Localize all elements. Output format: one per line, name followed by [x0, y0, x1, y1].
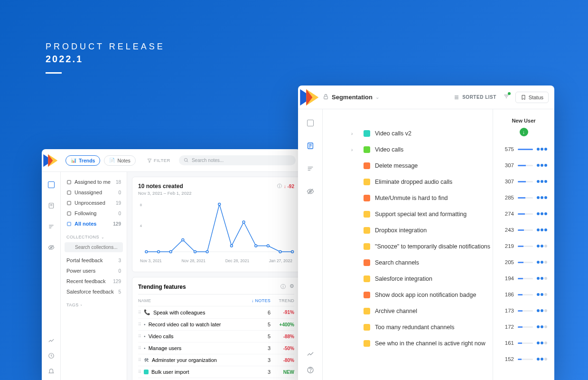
lock-icon [323, 94, 329, 101]
sidenav-item-3[interactable]: Following0 [65, 208, 123, 218]
app-logo[interactable] [298, 86, 323, 110]
stats-title: New User [493, 118, 554, 124]
search-collections-input[interactable] [65, 242, 123, 252]
stat-row: 173 [493, 303, 554, 319]
chart-delta: ⓘ↓ -92 [277, 183, 294, 190]
segment-item[interactable]: Support special text and formatting [351, 206, 493, 222]
table-row[interactable]: ⠿Record a video call1NEW [138, 378, 294, 380]
svg-point-27 [169, 251, 172, 253]
nav-chart-icon[interactable] [306, 350, 315, 358]
segment-item[interactable]: Archive channel [351, 303, 493, 319]
svg-text:8: 8 [140, 203, 142, 207]
line-chart: 8 4 Nov 3, 2021 Nov 28, 2021 Dec 28, 202… [138, 200, 294, 266]
svg-point-25 [145, 251, 148, 253]
sidenav-item-0[interactable]: Assigned to me18 [65, 177, 123, 187]
nav-inbox-icon[interactable] [306, 119, 315, 127]
gear-icon[interactable]: ⚙ [289, 283, 294, 290]
table-row[interactable]: ⠿●Manage users3-50% [138, 342, 294, 354]
table-row[interactable]: ⠿●Record video call to watch later5+400% [138, 319, 294, 331]
stat-row: 575 [493, 141, 554, 157]
page-title[interactable]: Segmentation ⌄ [323, 94, 379, 101]
stat-row: 285 [493, 190, 554, 206]
stat-row: 307 [493, 173, 554, 190]
sidenav-item-2[interactable]: Unprocessed19 [65, 198, 123, 208]
nav-list-icon[interactable] [306, 164, 315, 173]
stat-row: 161 [493, 335, 554, 351]
sorted-list-button[interactable]: SORTED LIST [454, 95, 496, 100]
status-button[interactable]: Status [515, 92, 549, 103]
window-trends: 📊Trends 📄Notes FILTER Search notes... As… [42, 149, 300, 380]
trending-card: Trending features ⓘ ⚙ NAME ↓ NOTES TREND… [132, 277, 300, 380]
chart-title: 10 notes created [138, 183, 192, 190]
info-icon: ⓘ [277, 183, 282, 190]
stat-row: 186 [493, 286, 554, 303]
tab-notes[interactable]: 📄Notes [104, 155, 135, 166]
tab-trends[interactable]: 📊Trends [65, 155, 100, 166]
app-logo[interactable] [42, 151, 61, 170]
table-row[interactable]: ⠿📞Speak with colleagues6-91% [138, 306, 294, 319]
nav-bell-icon[interactable] [47, 367, 56, 375]
nav-list-icon[interactable] [47, 222, 56, 231]
svg-rect-41 [324, 96, 328, 98]
svg-point-36 [279, 251, 281, 253]
svg-marker-3 [148, 159, 151, 162]
wb-bottom-icons [298, 350, 323, 380]
stat-row: 205 [493, 254, 554, 270]
segment-item[interactable]: ›Video calls [351, 142, 493, 158]
segment-item[interactable]: Too many redundant channels [351, 319, 493, 335]
svg-point-31 [218, 203, 221, 206]
window-segmentation: Segmentation ⌄ SORTED LIST Status ›Video… [298, 86, 554, 380]
segment-item[interactable]: ›Video calls v2 [351, 125, 493, 142]
chevron-down-icon: ⌄ [375, 95, 379, 100]
nav-eye-icon[interactable] [306, 187, 315, 196]
segment-item[interactable]: Eliminate dropped audio calls [351, 174, 493, 190]
table-row[interactable]: ⠿🛠Adminster your organization3-80% [138, 354, 294, 366]
segment-item[interactable]: Mute/Unmute is hard to find [351, 190, 493, 206]
nav-chart-icon[interactable] [47, 336, 56, 345]
tags-header[interactable]: TAGS› [66, 303, 121, 307]
sidenav-item-4[interactable]: All notes129 [65, 218, 123, 229]
search-notes-input[interactable]: Search notes... [179, 155, 296, 165]
collection-item-2[interactable]: Recent feedback129 [65, 276, 123, 286]
segment-item[interactable]: See who in the channel is active right n… [351, 335, 493, 352]
svg-point-26 [158, 251, 160, 253]
nav-doc-icon[interactable] [306, 142, 315, 150]
svg-point-33 [243, 221, 245, 223]
nav-inbox-icon[interactable] [47, 180, 56, 189]
nav-clock-icon[interactable] [47, 352, 56, 360]
info-icon[interactable]: ⓘ [280, 283, 286, 290]
table-row[interactable]: ⠿Bulk user import3NEW [138, 366, 294, 378]
svg-point-35 [267, 245, 269, 247]
hero-underline [46, 72, 62, 74]
nav-help-icon[interactable] [306, 366, 315, 374]
segment-item[interactable]: Salesforce integration [351, 271, 493, 287]
trending-title: Trending features [138, 284, 186, 290]
svg-rect-17 [67, 201, 71, 204]
wa-topbar: 📊Trends 📄Notes FILTER Search notes... [42, 149, 300, 172]
segment-item[interactable]: Delete message [351, 158, 493, 174]
segment-list: ›Video calls v2›Video callsDelete messag… [323, 109, 493, 380]
collections-header[interactable]: COLLECTIONS⌄ [66, 235, 121, 239]
nav-eye-icon[interactable] [47, 243, 56, 252]
stat-row: 274 [493, 206, 554, 222]
collection-item-3[interactable]: Salesforce feedback5 [65, 286, 123, 297]
nav-doc-icon[interactable] [47, 201, 56, 210]
wb-vertical-nav [298, 109, 323, 380]
segment-item[interactable]: Dropbox integration [351, 222, 493, 238]
collection-item-0[interactable]: Portal feedback3 [65, 255, 123, 266]
download-icon[interactable]: ↓ [493, 127, 554, 136]
hero-title: PRODUCT RELEASE [46, 42, 165, 52]
svg-point-4 [184, 158, 187, 161]
wb-topbar: Segmentation ⌄ SORTED LIST Status [298, 86, 554, 109]
filter-icon-button[interactable] [503, 93, 510, 102]
table-row[interactable]: ⠿●Video calls5-88% [138, 331, 294, 342]
segment-item[interactable]: "Snooze" to temporarily disable notifica… [351, 238, 493, 255]
segment-item[interactable]: Search channels [351, 255, 493, 271]
sidenav-item-1[interactable]: Unassigned0 [65, 187, 123, 198]
svg-rect-16 [67, 190, 71, 194]
collection-item-1[interactable]: Power users0 [65, 266, 123, 276]
filter-button[interactable]: FILTER [147, 158, 170, 163]
svg-rect-19 [67, 222, 71, 225]
segment-item[interactable]: Show dock app icon notification badge [351, 287, 493, 303]
stats-column: New User ↓ 57530730728527424321920519418… [493, 109, 554, 380]
